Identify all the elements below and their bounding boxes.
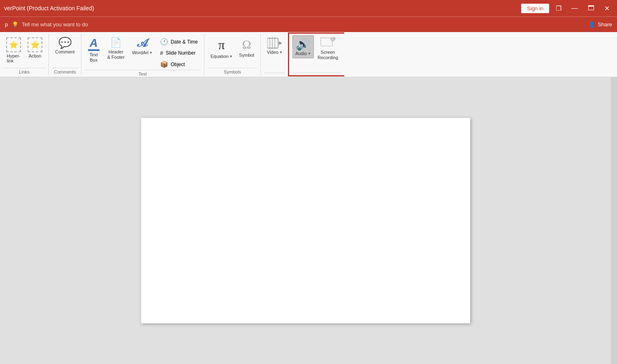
sign-in-button[interactable]: Sign in [521,4,549,13]
restore-icon-btn2[interactable]: 🗖 [585,3,598,14]
hyperlink-icon: ⭐ [6,37,21,52]
equation-arrow: ▼ [229,55,232,58]
symbol-label: Symbol [239,53,254,58]
symbol-button[interactable]: Ω Symbol [236,35,257,60]
ribbon-group-symbols: π Equation ▼ Ω Symbol Symbols [204,34,261,75]
comment-label: Comment [55,49,75,55]
screen-recording-icon [320,37,335,49]
share-label: Share [598,21,612,28]
comment-button[interactable]: 💬 Comment [52,35,78,57]
wordart-label: WordArt [132,50,148,55]
text-small-btns: 🕐 Date & Time # Slide Number 📦 Object [157,35,201,70]
title-bar-left: verPoint (Product Activation Failed) [4,5,94,12]
audio-screen-items: 🔊 Audio ▼ [292,34,341,73]
right-scrollbar[interactable] [611,77,617,364]
restore-window-button[interactable]: ❐ [552,3,565,14]
media-group-label [264,73,285,75]
symbols-group-label: Symbols [208,68,257,75]
tell-me-bar: p 💡 Tell me what you want to do 👤 Share [0,16,617,32]
datetime-label: Date & Time [171,39,198,45]
comment-icon: 💬 [58,37,72,48]
ribbon-group-text: A TextBox 📄 Header& Footer 𝒜 WordArt ▼ [81,34,204,75]
audio-label: Audio [295,51,307,56]
slide-canvas [141,118,470,323]
action-label: Action [29,53,42,59]
equation-button[interactable]: π Equation ▼ [208,35,235,61]
text-items: A TextBox 📄 Header& Footer 𝒜 WordArt ▼ [85,34,201,70]
datetime-icon: 🕐 [160,38,168,46]
datetime-button[interactable]: 🕐 Date & Time [157,36,201,47]
svg-rect-0 [267,38,278,48]
wordart-icon: 𝒜 [137,37,147,49]
media-items: Video ▼ [264,34,285,73]
symbols-items: π Equation ▼ Ω Symbol [208,34,257,68]
object-label: Object [171,62,185,67]
headerfooter-button[interactable]: 📄 Header& Footer [104,35,128,62]
links-group-label: Links [3,68,45,75]
headerfooter-icon: 📄 [110,37,121,48]
lightbulb-icon: 💡 [12,21,19,28]
title-bar: verPoint (Product Activation Failed) Sig… [0,0,617,16]
close-icon: ✕ [604,5,610,12]
tell-me-text[interactable]: Tell me what you want to do [22,21,88,28]
slidenumber-label: Slide Number [166,50,196,56]
ribbon-group-comments: 💬 Comment Comments [49,34,81,75]
slidenumber-icon: # [160,50,163,56]
textbox-icon: A [90,37,98,49]
app-title: verPoint (Product Activation Failed) [4,5,94,12]
object-button[interactable]: 📦 Object [157,59,201,70]
equation-icon: π [218,37,225,53]
comments-items: 💬 Comment [52,34,78,68]
square-icon: 🗖 [588,5,594,12]
action-icon: ⭐ [28,37,42,52]
wordart-button[interactable]: 𝒜 WordArt ▼ [129,35,155,58]
equation-label: Equation [211,54,228,59]
wordart-arrow: ▼ [149,51,153,55]
share-button[interactable]: 👤 Share [589,21,612,28]
screen-recording-button[interactable]: ScreenRecording [315,35,341,62]
video-icon [267,37,282,49]
symbol-icon: Ω [242,37,251,51]
headerfooter-label: Header& Footer [107,49,125,60]
ribbon-group-links: ⭐ Hyper-link ⭐ Action Links [0,34,49,75]
audio-arrow: ▼ [308,52,311,55]
close-button[interactable]: ✕ [601,3,613,14]
action-button[interactable]: ⭐ Action [25,35,45,61]
hyperlink-label: Hyper-link [7,53,20,63]
minimize-icon: — [571,5,578,12]
restore-icon: ❐ [556,5,561,12]
audio-screen-group-label [292,73,341,75]
screen-recording-label: ScreenRecording [318,50,338,60]
slidenumber-button[interactable]: # Slide Number [157,48,201,58]
title-bar-right: Sign in ❐ — 🗖 ✕ [521,3,613,14]
ribbon-group-audio-screen: 🔊 Audio ▼ [288,32,344,76]
tell-me-wrapper: 💡 Tell me what you want to do [12,21,88,28]
links-items: ⭐ Hyper-link ⭐ Action [3,34,45,68]
comments-group-label: Comments [52,68,78,75]
main-area [0,77,617,364]
minimize-button[interactable]: — [568,3,581,14]
hyperlink-button[interactable]: ⭐ Hyper-link [3,35,24,65]
ribbon: ⭐ Hyper-link ⭐ Action Links 💬 Comment Co… [0,32,617,77]
svg-marker-4 [279,41,282,45]
textbox-button[interactable]: A TextBox [85,35,103,65]
audio-button[interactable]: 🔊 Audio ▼ [292,35,314,58]
video-label: Video [267,50,278,55]
text-group-label: Text [85,70,201,77]
home-tab[interactable]: p [5,21,8,28]
video-arrow: ▼ [279,51,283,54]
ribbon-group-media: Video ▼ [261,34,289,75]
audio-icon: 🔊 [296,37,310,51]
textbox-label: TextBox [90,52,98,63]
share-icon: 👤 [589,21,595,28]
video-button[interactable]: Video ▼ [264,35,285,57]
object-icon: 📦 [160,60,168,68]
slide-area [0,77,611,364]
